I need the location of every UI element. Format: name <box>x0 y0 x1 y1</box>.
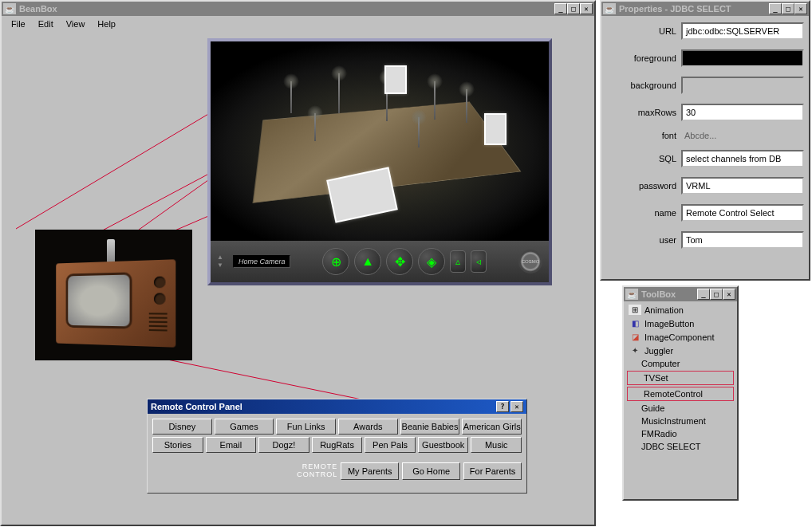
channel-button[interactable]: Beanie Babies <box>400 419 460 435</box>
property-row: background <box>606 77 804 94</box>
toolbox-title: ToolBox <box>641 289 697 299</box>
channel-button[interactable]: Pen Pals <box>365 437 416 453</box>
property-field[interactable]: Tom <box>681 231 804 249</box>
tv-knob[interactable] <box>154 293 166 305</box>
property-label: URL <box>606 26 681 36</box>
property-row: nameRemote Control Select <box>606 204 804 222</box>
property-field[interactable]: jdbc:odbc:SQLSERVER <box>681 22 804 40</box>
toolbox-item-label: Computer <box>641 359 680 368</box>
toolbox-item[interactable]: ⊞Animation <box>625 303 735 317</box>
property-label: maxRows <box>606 108 681 117</box>
tvset-bean[interactable] <box>35 230 192 360</box>
toolbox-item[interactable]: JDBC SELECT <box>625 440 735 453</box>
beanbox-menubar: File Edit View Help <box>2 16 594 32</box>
toolbox-item[interactable]: ImageComponent <box>625 330 735 344</box>
channel-button[interactable]: RugRats <box>312 437 363 453</box>
remote-label: Remote Control <box>152 463 337 479</box>
go-home-button[interactable]: Go Home <box>402 462 460 480</box>
properties-title: Properties - JDBC SELECT <box>619 4 769 14</box>
toolbox-item[interactable]: Juggler <box>625 344 735 357</box>
property-field[interactable]: select channels from DB <box>681 150 804 167</box>
move-button[interactable]: ✥ <box>386 248 413 275</box>
maximize-button[interactable]: □ <box>782 3 794 14</box>
minimize-button[interactable]: _ <box>769 3 782 14</box>
remote-control-panel: Remote Control Panel ? ✕ Disney Games Fu… <box>147 399 527 494</box>
channel-button[interactable]: Guestbook <box>418 437 469 453</box>
help-button[interactable]: ? <box>496 401 509 412</box>
toolbox-item[interactable]: MusicInstrument <box>625 415 735 427</box>
property-field[interactable] <box>681 77 804 94</box>
toolbox-titlebar[interactable]: ☕ ToolBox _ □ ✕ <box>624 287 737 301</box>
property-field[interactable]: 30 <box>681 104 804 121</box>
menu-file[interactable]: File <box>5 18 32 30</box>
toolbox-item[interactable]: Computer <box>625 357 735 370</box>
scene-photo[interactable] <box>384 65 407 94</box>
channel-button[interactable]: Music <box>471 437 522 453</box>
tv-body <box>56 259 175 348</box>
property-row: userTom <box>606 231 804 249</box>
channel-button[interactable]: American Girls <box>462 419 522 435</box>
channel-button[interactable]: Email <box>206 437 257 453</box>
property-row: SQLselect channels from DB <box>606 150 804 167</box>
for-parents-button[interactable]: For Parents <box>463 462 522 480</box>
toolbox-item[interactable]: FMRadio <box>625 427 735 440</box>
toolbox-item-label: ImageComponent <box>644 332 714 342</box>
imgcmp-icon <box>629 332 641 342</box>
scene-photo[interactable] <box>484 113 507 145</box>
maximize-button[interactable]: □ <box>567 3 580 14</box>
beanbox-title: BeanBox <box>19 4 554 14</box>
scene-tree <box>314 113 316 141</box>
toolbox-item[interactable]: TVSet <box>627 371 734 385</box>
minimize-button[interactable]: _ <box>697 289 710 300</box>
menu-edit[interactable]: Edit <box>32 18 60 30</box>
properties-titlebar[interactable]: ☕ Properties - JDBC SELECT _ □ ✕ <box>601 2 809 16</box>
menu-help[interactable]: Help <box>91 18 122 30</box>
remote-titlebar[interactable]: Remote Control Panel ? ✕ <box>148 399 526 414</box>
beanbox-titlebar[interactable]: ☕ BeanBox _ □ ✕ <box>2 2 594 16</box>
close-button[interactable]: ✕ <box>794 3 807 14</box>
menu-view[interactable]: View <box>60 18 92 30</box>
property-label: foreground <box>606 53 681 63</box>
minimize-button[interactable]: _ <box>554 3 567 14</box>
channel-button[interactable]: Awards <box>338 419 398 435</box>
close-button[interactable]: ✕ <box>723 289 735 300</box>
scene-tree <box>338 73 340 113</box>
target-button[interactable]: ⊕ <box>322 248 349 275</box>
java-icon: ☕ <box>603 3 616 14</box>
toolbox-item-label: RemoteControl <box>644 389 703 399</box>
toolbox-item-label: Animation <box>644 305 684 315</box>
toolbox-item-label: FMRadio <box>641 429 677 439</box>
toolbox-window: ☕ ToolBox _ □ ✕ ⊞AnimationImageButtonIma… <box>622 285 739 501</box>
channel-button[interactable]: Fun Links <box>276 419 336 435</box>
remote-title-text: Remote Control Panel <box>151 402 496 411</box>
channel-button[interactable]: Games <box>215 419 274 435</box>
straighten-button[interactable]: ◃ <box>471 250 487 273</box>
close-button[interactable]: ✕ <box>510 401 523 412</box>
rotate-button[interactable]: ◈ <box>418 248 445 275</box>
property-label: background <box>606 81 681 90</box>
property-field[interactable]: Remote Control Select <box>681 204 804 222</box>
property-static: Abcde... <box>681 131 804 140</box>
channel-button[interactable]: Disney <box>152 419 212 435</box>
channel-button[interactable]: Stories <box>152 437 203 453</box>
close-button[interactable]: ✕ <box>580 3 593 14</box>
pan-button[interactable]: ▲ <box>354 248 381 275</box>
toolbox-item[interactable]: Guide <box>625 402 735 415</box>
scene-tree <box>434 81 436 120</box>
channel-button[interactable]: Dogz! <box>258 437 309 453</box>
property-field[interactable] <box>681 49 804 67</box>
tv-knob[interactable] <box>154 277 166 289</box>
property-label: user <box>606 235 681 245</box>
toolbox-item[interactable]: RemoteControl <box>627 387 734 401</box>
expand-toggle[interactable]: ▲▼ <box>217 254 223 269</box>
toolbox-item-label: TVSet <box>644 373 668 383</box>
maximize-button[interactable]: □ <box>710 289 723 300</box>
my-parents-button[interactable]: My Parents <box>341 462 399 480</box>
tv-antenna <box>107 239 115 263</box>
camera-selector[interactable]: Home Camera <box>233 255 291 268</box>
property-field[interactable]: VRML <box>681 177 804 195</box>
viewer-control-bar: ▲▼ Home Camera ⊕ ▲ ✥ ◈ ▵ ◃ COSMO <box>211 241 549 282</box>
toolbox-item[interactable]: ImageButton <box>625 317 735 330</box>
seek-button[interactable]: ▵ <box>450 250 466 273</box>
vrml-viewer[interactable]: ▲▼ Home Camera ⊕ ▲ ✥ ◈ ▵ ◃ COSMO <box>207 38 552 285</box>
